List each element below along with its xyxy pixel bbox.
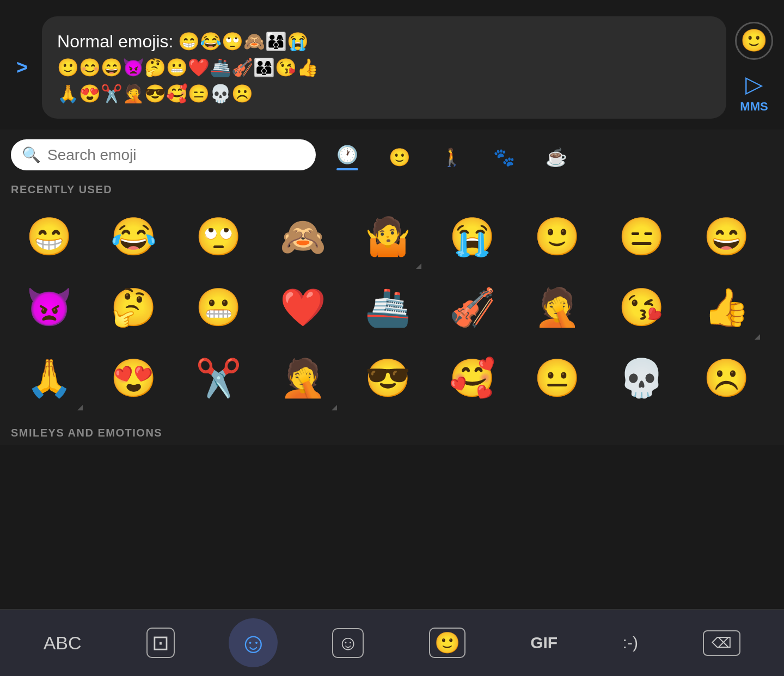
list-item[interactable]: 😬: [180, 272, 256, 343]
tab-food[interactable]: ☕: [530, 143, 583, 168]
tab-animals[interactable]: 🐾: [478, 143, 530, 168]
search-container[interactable]: 🔍: [11, 139, 316, 170]
search-icon: 🔍: [22, 146, 41, 164]
mms-button[interactable]: ▷ MMS: [740, 71, 768, 114]
sticker-button[interactable]: ⊡: [136, 622, 186, 663]
list-item[interactable]: 🥰: [434, 343, 511, 414]
smileys-icon: 🙂: [389, 147, 411, 168]
list-item[interactable]: 🤷: [350, 201, 426, 272]
search-bar-row: 🔍 🕐 🙂 🚶 🐾 ☕: [0, 130, 784, 170]
people-icon: 🚶: [441, 147, 463, 168]
list-item[interactable]: ☹️: [688, 343, 764, 414]
keyboard-bar: ABC ⊡ ☺ ☺ 🙂 GIF :-) ⌫: [0, 609, 784, 676]
recently-used-label: RECENTLY USED: [11, 170, 773, 201]
tab-smileys[interactable]: 🙂: [373, 143, 426, 168]
search-input[interactable]: [47, 146, 305, 164]
smileys-emotions-label: SMILEYS AND EMOTIONS: [11, 414, 773, 445]
list-item[interactable]: 😄: [688, 201, 764, 272]
gif-label: GIF: [530, 634, 558, 652]
message-bubble[interactable]: Normal emojis: 😁😂🙄🙈👨‍👩‍👦😭 🙂😊😄👿🤔😬❤️🚢🎻👨‍👩‍…: [42, 16, 726, 119]
list-item[interactable]: 😐: [519, 343, 595, 414]
animals-icon: 🐾: [493, 147, 515, 168]
list-item[interactable]: ✂️: [180, 343, 256, 414]
list-item[interactable]: 🎻: [434, 272, 511, 343]
category-tabs: 🕐 🙂 🚶 🐾 ☕: [316, 140, 773, 170]
list-item[interactable]: 🙏: [11, 343, 87, 414]
list-item[interactable]: ❤️: [265, 272, 341, 343]
emoji-keyboard-icon: ☺: [239, 626, 268, 659]
gif-button[interactable]: GIF: [519, 628, 568, 657]
emoji-face-button[interactable]: 🙂: [735, 22, 773, 60]
chevron-button[interactable]: >: [11, 56, 33, 79]
list-item[interactable]: 🤦: [265, 343, 341, 414]
list-item[interactable]: 😂: [96, 201, 172, 272]
animated-emoji-icon: ☺: [332, 628, 364, 658]
list-item[interactable]: 😁: [11, 201, 87, 272]
emoji-sections: RECENTLY USED 😁 😂 🙄 🙈 🤷 😭 🙂 😑 😄 👿 🤔 😬 ❤️…: [0, 170, 784, 445]
text-smiley-label: :-): [623, 634, 638, 652]
list-item[interactable]: 🙈: [265, 201, 341, 272]
mms-send-icon: ▷: [745, 71, 763, 97]
message-text: Normal emojis: 😁😂🙄🙈👨‍👩‍👦😭 🙂😊😄👿🤔😬❤️🚢🎻👨‍👩‍…: [57, 32, 318, 103]
list-item[interactable]: 🙄: [180, 201, 256, 272]
list-item[interactable]: 💀: [604, 343, 680, 414]
animated-emoji-button[interactable]: ☺: [321, 623, 375, 663]
list-item[interactable]: 🙂: [519, 201, 595, 272]
emoji-face-icon: 🙂: [740, 28, 768, 53]
list-item[interactable]: 👿: [11, 272, 87, 343]
text-smiley-button[interactable]: :-): [612, 628, 649, 657]
emoji-keyboard-button[interactable]: ☺: [229, 618, 278, 667]
food-icon: ☕: [546, 147, 567, 168]
tab-people[interactable]: 🚶: [426, 143, 478, 168]
message-area: > Normal emojis: 😁😂🙄🙈👨‍👩‍👦😭 🙂😊😄👿🤔😬❤️🚢🎻👨‍…: [0, 0, 784, 130]
list-item[interactable]: 😑: [604, 201, 680, 272]
animated-sticker-button[interactable]: 🙂: [418, 622, 476, 663]
list-item[interactable]: 😘: [604, 272, 680, 343]
abc-label: ABC: [44, 632, 82, 654]
mms-label: MMS: [740, 100, 768, 114]
abc-button[interactable]: ABC: [33, 627, 93, 659]
message-actions: 🙂 ▷ MMS: [735, 22, 773, 114]
list-item[interactable]: 😭: [434, 201, 511, 272]
list-item[interactable]: 🚢: [350, 272, 426, 343]
list-item[interactable]: 🤔: [96, 272, 172, 343]
recent-icon: 🕐: [336, 144, 358, 165]
emoji-picker: 🔍 🕐 🙂 🚶 🐾 ☕: [0, 130, 784, 445]
backspace-button[interactable]: ⌫: [692, 625, 751, 661]
sticker-icon: ⊡: [146, 628, 175, 658]
backspace-icon: ⌫: [703, 630, 740, 656]
list-item[interactable]: 👍: [688, 272, 764, 343]
list-item[interactable]: 😎: [350, 343, 426, 414]
list-item[interactable]: 🤦: [519, 272, 595, 343]
tab-recent[interactable]: 🕐: [321, 140, 373, 170]
recently-used-grid: 😁 😂 🙄 🙈 🤷 😭 🙂 😑 😄 👿 🤔 😬 ❤️ 🚢 🎻 🤦 😘 👍 🙏 😍…: [11, 201, 773, 414]
list-item[interactable]: 😍: [96, 343, 172, 414]
animated-sticker-icon: 🙂: [429, 628, 465, 658]
